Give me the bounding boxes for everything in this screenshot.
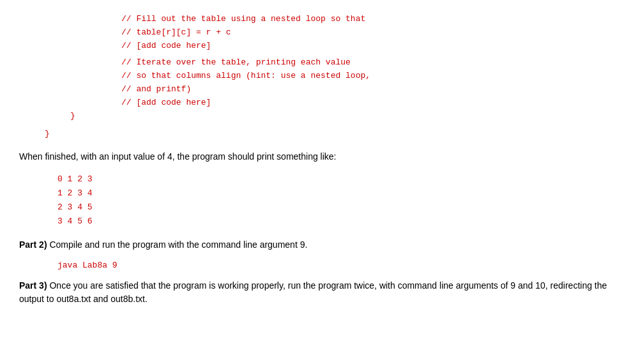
code-outer-brace: }: [19, 128, 612, 141]
part2-command: java Lab8a 9: [57, 261, 612, 270]
output-row-4: 3 4 5 6: [57, 215, 612, 229]
code-line-iterate-2: // so that columns align (hint: use a ne…: [19, 70, 612, 83]
part3-label: Part 3): [19, 280, 47, 291]
part2-text: Part 2) Compile and run the program with…: [19, 238, 612, 252]
part3-body: Once you are satisfied that the program …: [19, 280, 607, 304]
page-content: // Fill out the table using a nested loo…: [19, 13, 612, 306]
part2-label: Part 2): [19, 239, 47, 250]
output-row-3: 2 3 4 5: [57, 201, 612, 215]
prose-section: When finished, with an input value of 4,…: [19, 150, 612, 163]
output-table: 0 1 2 3 1 2 3 4 2 3 4 5 3 4 5 6: [57, 172, 612, 229]
code-inner-brace: }: [19, 110, 612, 123]
code-line-fill-2: // table[r][c] = r + c: [19, 26, 612, 40]
part3-text: Part 3) Once you are satisfied that the …: [19, 279, 612, 306]
code-line-fill-3: // [add code here]: [19, 40, 612, 53]
part2-section: Part 2) Compile and run the program with…: [19, 238, 612, 270]
code-line-iterate-1: // Iterate over the table, printing each…: [19, 56, 612, 70]
output-row-2: 1 2 3 4: [57, 186, 612, 201]
code-line-iterate-4: // [add code here]: [19, 96, 612, 110]
part2-body: Compile and run the program with the com…: [47, 239, 308, 250]
code-block-outer-brace: }: [19, 128, 612, 141]
code-line-fill-1: // Fill out the table using a nested loo…: [19, 13, 612, 26]
output-row-1: 0 1 2 3: [57, 172, 612, 186]
part3-section: Part 3) Once you are satisfied that the …: [19, 279, 612, 306]
when-finished-text: When finished, with an input value of 4,…: [19, 150, 612, 163]
code-line-iterate-3: // and printf): [19, 83, 612, 96]
code-block: // Fill out the table using a nested loo…: [19, 13, 612, 123]
